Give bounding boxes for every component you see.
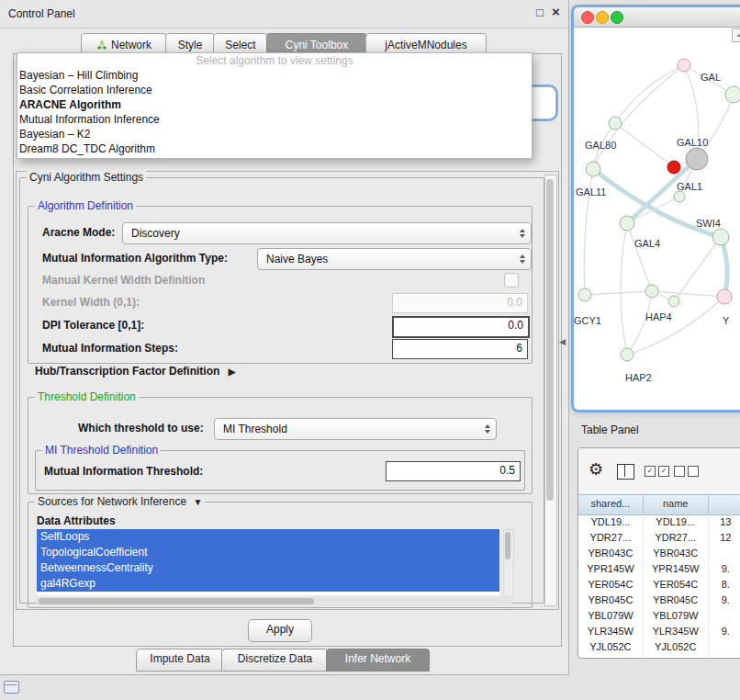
float-window-icon[interactable]: □ — [536, 6, 544, 19]
network-node-label: SWI4 — [696, 218, 721, 229]
attributes-vertical-scrollbar[interactable] — [503, 529, 514, 597]
network-edge[interactable] — [615, 123, 674, 167]
algorithm-option[interactable]: Mutual Information Inference — [17, 112, 532, 127]
manual-kernel-label: Manual Kernel Width Definition — [42, 274, 205, 287]
attribute-item[interactable]: SelfLoops — [37, 529, 499, 545]
network-node[interactable] — [645, 285, 658, 298]
attribute-item[interactable]: BetweennessCentrality — [37, 560, 499, 576]
tab-infer-network[interactable]: Infer Network — [326, 649, 430, 672]
network-node[interactable] — [609, 117, 622, 130]
mi-threshold-input[interactable]: 0.5 — [386, 461, 521, 481]
table-row[interactable]: YDL19...YDL19...13 — [578, 514, 740, 530]
network-node-label: GAL11 — [576, 186, 606, 198]
zoom-traffic-light-icon[interactable] — [611, 11, 623, 24]
select-all-icon[interactable]: ✓ ✓ — [645, 466, 669, 477]
hub-section-toggle[interactable]: Hub/Transcription Factor Definition ▶ — [35, 365, 235, 378]
network-node-label: HAP4 — [645, 311, 672, 322]
close-icon[interactable]: × — [552, 4, 560, 19]
table-row[interactable]: YBR043CYBR043C — [578, 546, 740, 561]
column-header[interactable]: name — [644, 495, 709, 514]
aracne-mode-select[interactable]: Discovery — [122, 222, 532, 244]
columns-icon[interactable] — [617, 464, 634, 480]
network-edge[interactable] — [627, 223, 652, 291]
deselect-all-icon[interactable] — [674, 466, 699, 477]
network-node[interactable] — [621, 348, 633, 361]
which-threshold-select[interactable]: MI Threshold — [214, 418, 497, 440]
network-node[interactable] — [586, 162, 600, 176]
mi-steps-input[interactable]: 6 — [392, 339, 528, 359]
checked-box-icon: ✓ — [645, 466, 656, 477]
table-panel-window: ⚙ ✓ ✓ shared... name YDL19...YDL19...13Y… — [577, 447, 740, 659]
network-edge[interactable] — [627, 291, 652, 355]
kernel-width-label: Kernel Width (0,1): — [42, 296, 140, 309]
table-cell: YDR27... — [644, 530, 709, 546]
network-scroll-button[interactable]: ▴ — [732, 28, 740, 42]
network-node[interactable] — [717, 289, 732, 304]
scrollbar-thumb[interactable] — [505, 532, 510, 559]
network-node[interactable] — [674, 191, 685, 202]
minimize-traffic-light-icon[interactable] — [596, 11, 609, 24]
network-node[interactable] — [668, 296, 679, 307]
network-edge[interactable] — [721, 237, 727, 297]
splitter-collapse-icon[interactable]: ◀ — [559, 337, 566, 346]
mi-type-select[interactable]: Naive Bayes — [257, 248, 532, 270]
table-cell: 9. — [709, 624, 740, 639]
column-header[interactable] — [709, 495, 740, 514]
table-cell: YBR043C — [578, 546, 644, 561]
close-traffic-light-icon[interactable] — [581, 11, 594, 24]
network-node-label: GAL10 — [677, 137, 708, 148]
algorithm-option[interactable]: Basic Correlation Inference — [17, 83, 532, 97]
tab-discretize-data[interactable]: Discretize Data — [221, 649, 329, 672]
network-node[interactable] — [620, 216, 634, 231]
table-row[interactable]: YBL079WYBL079W — [578, 608, 740, 624]
network-edge[interactable] — [621, 223, 627, 355]
algorithm-option[interactable]: Bayesian – K2 — [17, 127, 532, 141]
dpi-tolerance-input[interactable]: 0.0 — [392, 316, 530, 338]
network-edge[interactable] — [674, 237, 721, 301]
algorithm-option[interactable]: Bayesian – Hill Climbing — [17, 68, 532, 83]
table-panel-title: Table Panel — [581, 423, 639, 436]
table-cell: YJL052C — [644, 639, 709, 655]
table-row[interactable]: YDR27...YDR27...12 — [578, 530, 740, 546]
network-node[interactable] — [686, 148, 708, 170]
table-row[interactable]: YJL052CYJL052C — [578, 639, 740, 655]
desktop: Control Panel □ × Network Style Select C… — [0, 0, 740, 700]
kernel-width-input[interactable]: 0.0 — [392, 293, 528, 313]
scrollbar-thumb[interactable] — [546, 179, 554, 501]
network-edge[interactable] — [593, 65, 684, 169]
combo-value: Discovery — [131, 227, 180, 240]
network-node[interactable] — [725, 86, 740, 103]
sources-section-label: Sources for Network Inference — [38, 495, 186, 508]
apply-button[interactable]: Apply — [248, 619, 312, 642]
network-node[interactable] — [667, 161, 680, 174]
attributes-horizontal-scrollbar[interactable] — [37, 597, 512, 605]
column-header[interactable]: shared... — [578, 495, 644, 514]
settings-vertical-scrollbar[interactable] — [544, 175, 557, 606]
algorithm-option[interactable]: Dream8 DC_TDC Algorithm — [17, 141, 532, 156]
algorithm-option[interactable]: ARACNE Algorithm — [17, 97, 532, 112]
attribute-item[interactable]: gal4RGexp — [37, 576, 499, 592]
tab-impute-data[interactable]: Impute Data — [136, 649, 224, 672]
table-row[interactable]: YLR345WYLR345W9. — [578, 624, 740, 639]
table-cell: YLR345W — [578, 624, 644, 639]
network-edge[interactable] — [585, 291, 652, 295]
table-row[interactable]: YPR145WYPR145W9. — [578, 561, 740, 577]
algorithm-definition-title: Algorithm Definition — [35, 199, 136, 212]
gear-icon[interactable]: ⚙ — [589, 460, 603, 479]
panel-dock-icon[interactable] — [4, 681, 19, 694]
sources-section-toggle[interactable]: Sources for Network Inference ▼ — [35, 495, 205, 508]
network-node[interactable] — [578, 288, 591, 301]
manual-kernel-checkbox[interactable] — [504, 273, 519, 288]
network-graph[interactable]: GALGAL80GAL10GAL11GAL1SWI4GAL4GCY1HAP4YH… — [574, 27, 740, 410]
network-node[interactable] — [678, 59, 690, 72]
algorithm-popup: Select algorithm to view settings Bayesi… — [17, 52, 533, 159]
scrollbar-thumb[interactable] — [39, 598, 314, 604]
network-view-window[interactable]: GALGAL80GAL10GAL11GAL1SWI4GAL4GCY1HAP4YH… — [574, 7, 740, 410]
checked-box-icon: ✓ — [658, 466, 669, 477]
network-node[interactable] — [712, 229, 729, 245]
table-row[interactable]: YER054CYER054C8. — [578, 577, 740, 593]
attribute-item[interactable]: TopologicalCoefficient — [37, 545, 499, 560]
table-row[interactable]: YBR045CYBR045C9. — [578, 593, 740, 608]
table-cell: 12 — [709, 530, 740, 546]
data-attributes-list[interactable]: SelfLoopsTopologicalCoefficientBetweenne… — [37, 529, 499, 595]
